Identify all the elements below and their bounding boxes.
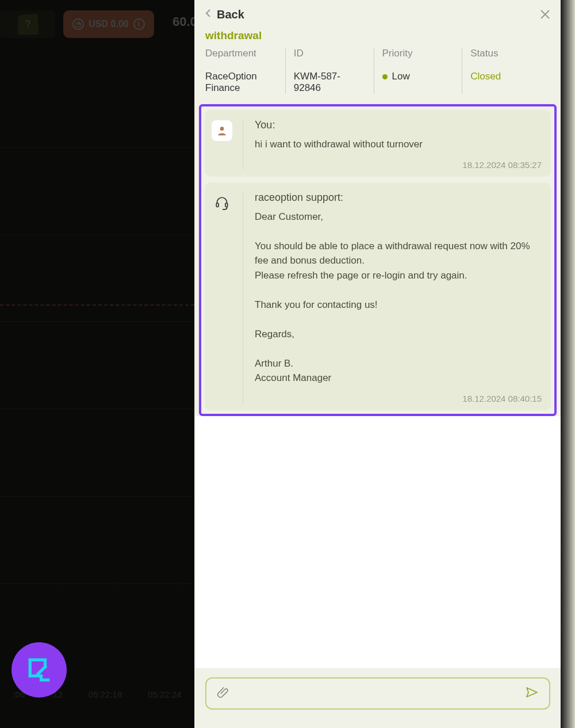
meta-status: Status Closed: [462, 48, 550, 94]
user-avatar: [212, 120, 232, 141]
message-user: You: hi i want to withdrawal without tur…: [205, 110, 551, 177]
priority-dot-icon: [382, 74, 388, 79]
back-button[interactable]: Back: [205, 8, 244, 21]
panel-header: Back: [195, 0, 561, 29]
meta-value: Low: [382, 71, 454, 82]
panel-empty-area: [195, 416, 561, 669]
ticket-meta: Department RaceOption Finance ID KWM-587…: [195, 48, 561, 104]
headset-icon: [214, 196, 229, 211]
support-avatar: [212, 193, 232, 214]
meta-id: ID KWM-587-92846: [285, 48, 374, 94]
back-label: Back: [217, 8, 244, 21]
divider: [243, 192, 243, 403]
message-time: 18.12.2024 08:35:27: [255, 160, 542, 170]
person-icon: [216, 125, 228, 136]
message-input-bar: [205, 677, 550, 710]
send-icon: [525, 685, 539, 699]
message-sender: You:: [255, 119, 542, 131]
background-dim-overlay: [0, 0, 194, 728]
help-fab[interactable]: [12, 642, 67, 697]
close-button[interactable]: [540, 8, 550, 23]
ticket-title: withdrawal: [195, 29, 561, 48]
message-input[interactable]: [237, 688, 517, 699]
message-text: hi i want to withdrawal without turnover: [255, 137, 542, 152]
paperclip-icon: [217, 686, 229, 699]
close-icon: [540, 9, 550, 20]
message-sender: raceoption support:: [255, 192, 542, 204]
meta-label: Status: [470, 48, 542, 59]
message-time: 18.12.2024 08:40:15: [255, 394, 542, 403]
logo-icon: [23, 654, 55, 686]
meta-value: RaceOption Finance: [205, 71, 277, 94]
meta-label: Department: [205, 48, 277, 59]
meta-label: Priority: [382, 48, 454, 59]
message-support: raceoption support: Dear Customer, You s…: [205, 182, 551, 410]
divider: [243, 119, 243, 170]
ticket-panel: Back withdrawal Department RaceOption Fi…: [194, 0, 561, 728]
meta-label: ID: [294, 48, 366, 59]
meta-priority: Priority Low: [374, 48, 462, 94]
message-body: raceoption support: Dear Customer, You s…: [255, 192, 542, 403]
chevron-left-icon: [205, 9, 211, 21]
meta-value: KWM-587-92846: [294, 71, 366, 94]
meta-department: Department RaceOption Finance: [205, 48, 285, 94]
message-body: You: hi i want to withdrawal without tur…: [255, 119, 542, 170]
svg-point-0: [220, 127, 224, 131]
priority-text: Low: [392, 71, 410, 82]
message-text: Dear Customer, You should be able to pla…: [255, 209, 542, 386]
attach-button[interactable]: [217, 686, 229, 701]
messages-highlight: You: hi i want to withdrawal without tur…: [199, 104, 557, 416]
meta-value: Closed: [470, 71, 542, 82]
send-button[interactable]: [525, 685, 539, 702]
